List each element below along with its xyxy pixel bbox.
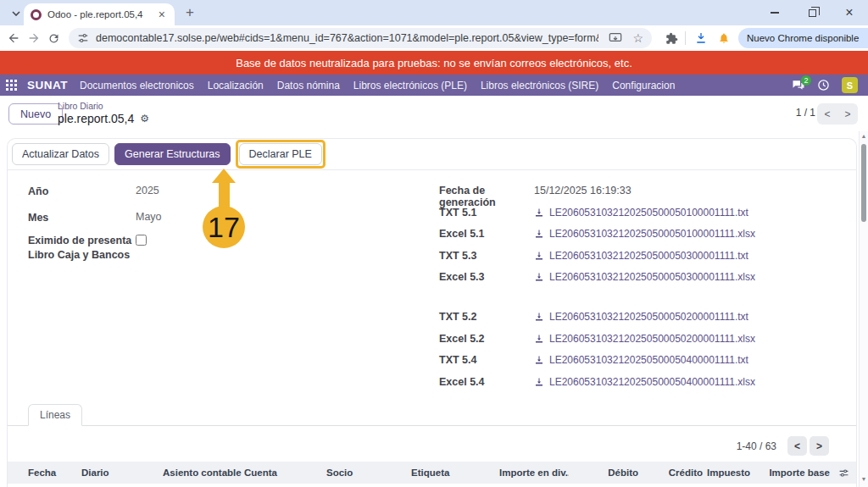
fecha-generacion-value: 15/12/2025 16:19:33 [534, 185, 632, 196]
txt52-download-link[interactable]: LE2060531032120250500050200001111.txt [534, 311, 748, 323]
send-to-device-icon[interactable] [609, 32, 622, 44]
scroll-down-icon[interactable]: ▼ [860, 476, 868, 482]
browser-tab[interactable]: Odoo - ple.report.05,4 × [24, 3, 175, 25]
browser-menu-kebab-icon[interactable]: ⋮ [864, 32, 868, 45]
odoo-favicon-icon [31, 9, 42, 20]
column-impuesto[interactable]: Impuesto [703, 468, 750, 478]
site-settings-icon[interactable] [77, 32, 89, 44]
column-cuenta[interactable]: Cuenta [244, 468, 326, 478]
annotation-step-badge: 17 [203, 206, 245, 248]
tab-lineas[interactable]: Líneas [28, 404, 82, 426]
generar-estructuras-button[interactable]: Generar Estructuras [114, 143, 231, 165]
mes-value[interactable]: Mayo [136, 211, 162, 223]
neutralized-db-banner: Base de datos neutralizada para pruebas:… [0, 51, 868, 75]
txt53-label: TXT 5.3 [439, 250, 534, 262]
vertical-scrollbar[interactable]: ▲ ▼ [859, 131, 868, 487]
address-bar[interactable]: democontable17.solse.pe/web#cids=1&menu_… [69, 28, 652, 48]
download-icon [534, 312, 549, 322]
column-debito[interactable]: Débito [569, 468, 638, 478]
txt54-label: TXT 5.4 [439, 354, 534, 366]
excel53-download-link[interactable]: LE2060531032120250500050300001111.xlsx [534, 271, 755, 283]
txt51-download-link[interactable]: LE2060531032120250500050100001111.txt [534, 207, 748, 219]
column-etiqueta[interactable]: Etiqueta [411, 468, 499, 478]
new-record-button[interactable]: Nuevo [8, 103, 63, 125]
record-actions-gear-icon[interactable]: ⚙ [140, 113, 149, 125]
optional-columns-icon[interactable] [838, 468, 849, 479]
odoo-navbar: SUNAT Documentos electronicos Localizaci… [0, 75, 868, 96]
txt53-filename: LE2060531032120250500050300001111.txt [549, 250, 748, 262]
window-minimize-button[interactable] [756, 0, 793, 25]
pager-next-icon[interactable]: > [837, 103, 858, 125]
excel52-download-link[interactable]: LE2060531032120250500050200001111.xlsx [534, 333, 755, 345]
column-socio[interactable]: Socio [326, 468, 411, 478]
declarar-ple-button[interactable]: Declarar PLE [239, 143, 322, 165]
column-asiento-contable[interactable]: Asiento contable [163, 468, 244, 478]
download-icon [534, 334, 549, 344]
user-avatar[interactable]: S [842, 77, 858, 93]
banner-text: Base de datos neutralizada para pruebas:… [236, 57, 632, 69]
fecha-generacion-label: Fecha de generación [439, 185, 534, 208]
navbar-right: 2 S [792, 77, 868, 93]
excel52-filename: LE2060531032120250500050200001111.xlsx [549, 333, 755, 345]
download-icon [534, 355, 549, 365]
anio-value[interactable]: 2025 [136, 185, 159, 196]
excel54-download-link[interactable]: LE2060531032120250500050400001111.xlsx [534, 376, 755, 388]
eximido-label: Eximido de presenta Libro Caja y Bancos [28, 234, 136, 263]
pager-previous-icon[interactable]: < [817, 103, 837, 125]
app-brand[interactable]: SUNAT [27, 79, 68, 91]
field-row-eximido: Eximido de presenta Libro Caja y Bancos [28, 234, 147, 263]
tab-close-icon[interactable]: × [156, 8, 168, 21]
bookmark-star-icon[interactable]: ☆ [632, 32, 643, 44]
column-importe-base[interactable]: Importe base [750, 468, 830, 478]
window-controls: × [756, 0, 868, 25]
txt54-download-link[interactable]: LE2060531032120250500050400001111.txt [534, 354, 748, 366]
lines-pager-previous-icon[interactable]: < [787, 436, 807, 456]
column-fecha[interactable]: Fecha [28, 468, 81, 478]
window-restore-button[interactable] [793, 0, 831, 25]
txt53-download-link[interactable]: LE2060531032120250500050300001111.txt [534, 250, 748, 262]
anio-label: Año [28, 185, 136, 199]
annotation-highlight-box: Declarar PLE [236, 140, 326, 169]
menu-libros-ple[interactable]: Libros electrónicos (PLE) [353, 80, 467, 91]
menu-localizacion[interactable]: Localización [208, 80, 264, 91]
breadcrumb-record-name: ple.report.05,4 [58, 112, 134, 125]
control-panel: Nuevo Libro Diario ple.report.05,4 ⚙ 1 /… [0, 96, 868, 135]
notification-bell-icon[interactable] [718, 32, 730, 44]
chrome-update-chip[interactable]: Nuevo Chrome disponible ⋮ [738, 28, 868, 48]
tab-list-chevron-icon[interactable] [8, 6, 24, 21]
txt51-label: TXT 5.1 [439, 207, 534, 219]
download-icon [534, 208, 549, 218]
downloads-icon[interactable] [694, 31, 708, 45]
menu-libros-sire[interactable]: Libros electrónicos (SIRE) [481, 80, 598, 91]
window-close-button[interactable]: × [831, 0, 868, 25]
url-text[interactable]: democontable17.solse.pe/web#cids=1&menu_… [96, 32, 598, 44]
activities-clock-icon[interactable] [817, 79, 830, 91]
reload-icon[interactable] [47, 28, 60, 48]
actualizar-datos-button[interactable]: Actualizar Datos [12, 143, 109, 165]
column-credito[interactable]: Crédito [638, 468, 703, 478]
menu-documentos-electronicos[interactable]: Documentos electronicos [80, 80, 194, 91]
menu-datos-nomina[interactable]: Datos nómina [277, 80, 340, 91]
back-icon[interactable] [7, 28, 20, 48]
messages-icon[interactable]: 2 [792, 80, 805, 91]
field-row-mes: Mes Mayo [28, 211, 162, 225]
txt54-filename: LE2060531032120250500050400001111.txt [549, 354, 748, 366]
column-importe-divisa[interactable]: Importe en div... [499, 468, 569, 478]
lines-pager-next-icon[interactable]: > [810, 436, 829, 456]
extensions-icon[interactable] [665, 32, 678, 45]
menu-configuracion[interactable]: Configuracion [612, 80, 675, 91]
excel51-download-link[interactable]: LE2060531032120250500050100001111.xlsx [534, 228, 755, 240]
scrollbar-thumb[interactable] [861, 144, 866, 222]
eximido-checkbox[interactable] [136, 235, 147, 246]
browser-toolbar: democontable17.solse.pe/web#cids=1&menu_… [0, 25, 868, 51]
file-row: Excel 5.4 LE2060531032120250500050400001… [439, 376, 755, 388]
apps-grid-icon[interactable] [0, 75, 22, 96]
excel51-label: Excel 5.1 [439, 228, 534, 240]
scroll-up-icon[interactable]: ▲ [860, 133, 868, 139]
breadcrumb-parent[interactable]: Libro Diario [58, 101, 149, 111]
forward-icon[interactable] [27, 28, 41, 48]
txt51-filename: LE2060531032120250500050100001111.txt [549, 207, 748, 219]
column-diario[interactable]: Diario [81, 468, 163, 478]
breadcrumb: Libro Diario ple.report.05,4 ⚙ [58, 101, 149, 125]
new-tab-button[interactable]: + [181, 4, 198, 21]
